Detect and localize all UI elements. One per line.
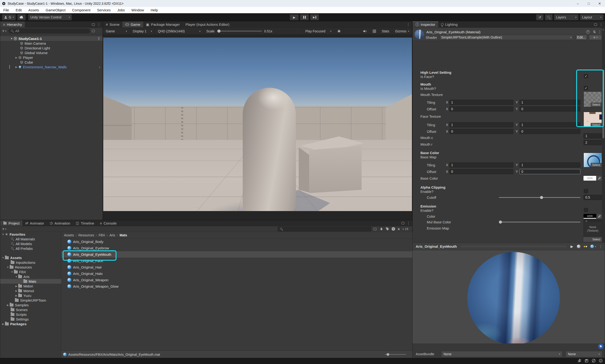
- tree-item[interactable]: Scenes: [0, 307, 61, 312]
- emission-map-select[interactable]: Select: [583, 237, 602, 242]
- tree-item[interactable]: ▼Assets: [0, 255, 61, 260]
- preview-color-channels-icon[interactable]: [584, 246, 587, 247]
- account-dropdown[interactable]: G ▾: [2, 14, 16, 20]
- asset-labels-badge[interactable]: [598, 344, 604, 349]
- hierarchy-item[interactable]: Cube: [0, 60, 103, 65]
- search-button[interactable]: [545, 14, 553, 20]
- mouth-offset-x-field[interactable]: 0: [449, 106, 513, 112]
- mouth-texture-well[interactable]: Select: [583, 91, 602, 107]
- eyedropper-button[interactable]: [597, 176, 602, 181]
- base-offset-y-field[interactable]: 0: [519, 169, 580, 174]
- base-offset-x-field[interactable]: 0: [449, 169, 513, 174]
- hierarchy-item-prefab[interactable]: ▶ Environment_Narrow_Walls ›: [0, 65, 103, 69]
- game-menu-icon[interactable]: ⋮: [407, 23, 410, 27]
- cutoff-slider-knob[interactable]: [540, 196, 543, 199]
- maximize-button[interactable]: □: [583, 0, 594, 7]
- is-face-checkbox[interactable]: ✓: [584, 74, 588, 78]
- tree-item[interactable]: All Models: [0, 241, 61, 246]
- base-map-select[interactable]: Select: [591, 163, 602, 167]
- material-preview-area[interactable]: [413, 250, 605, 343]
- tab-hierarchy[interactable]: ≡ Hierarchy: [0, 22, 25, 27]
- mouth-tiling-y-field[interactable]: 1: [519, 100, 580, 105]
- hierarchy-expand-icon[interactable]: [92, 30, 95, 32]
- game-view-dropdown[interactable]: Game▾: [103, 28, 130, 35]
- is-mouth-checkbox[interactable]: ✓: [584, 86, 588, 90]
- mouth-offset-y-field[interactable]: 0: [519, 106, 580, 112]
- scale-slider[interactable]: [217, 31, 262, 31]
- inspector-menu-icon[interactable]: ⋮: [599, 23, 603, 27]
- notifications-disabled-icon[interactable]: [591, 358, 596, 363]
- tree-item[interactable]: ▶Momoi: [0, 288, 61, 293]
- project-add-button[interactable]: +: [2, 227, 4, 231]
- emission-map-well[interactable]: None (Texture): [583, 221, 602, 237]
- alert-icon[interactable]: !: [392, 227, 395, 231]
- cache-disabled-icon[interactable]: [584, 358, 589, 363]
- preview-material-icon[interactable]: [590, 245, 594, 248]
- project-menu-icon[interactable]: ⋮: [407, 221, 410, 225]
- icon-size-knob[interactable]: [387, 353, 389, 356]
- face-offset-y-field[interactable]: 0: [519, 129, 580, 134]
- icon-size-slider[interactable]: [385, 354, 406, 355]
- menu-assets[interactable]: Assets: [25, 7, 42, 13]
- file-row[interactable]: Aris_Original_Face: [61, 258, 412, 264]
- shader-list-button[interactable]: ≡▾: [589, 35, 602, 40]
- tree-item-selected[interactable]: Mats: [0, 279, 61, 284]
- scrollbar-thumb[interactable]: [602, 70, 604, 138]
- filter-by-type-icon[interactable]: [380, 227, 383, 231]
- foldout-closed-icon[interactable]: ▶: [14, 66, 18, 68]
- eyedropper-button[interactable]: [597, 214, 602, 219]
- hierarchy-item[interactable]: Global Volume: [0, 50, 103, 55]
- base-color-swatch[interactable]: HDR: [583, 176, 596, 181]
- tree-item[interactable]: ▶Yuzu: [0, 293, 61, 298]
- hierarchy-item[interactable]: Directional Light: [0, 46, 103, 50]
- dock-icon[interactable]: [594, 23, 597, 26]
- breadcrumb-item[interactable]: Assets: [64, 233, 74, 237]
- file-row[interactable]: Aris_Original_Weapon: [61, 277, 412, 283]
- pause-button[interactable]: [300, 14, 309, 20]
- file-row[interactable]: Aris_Original_Body: [61, 238, 412, 245]
- base-map-well[interactable]: Select: [583, 153, 602, 167]
- debugger-disabled-icon[interactable]: [577, 358, 582, 363]
- preview-drag-handle[interactable]: [461, 246, 566, 247]
- file-row[interactable]: Aris_Original_Hair: [61, 264, 412, 270]
- tab-project[interactable]: Project: [0, 220, 23, 226]
- hierarchy-scene-row[interactable]: ▼ StudyCase1-1 ⋮: [0, 36, 103, 41]
- shader-dropdown[interactable]: SimpleURPToonLitExample(With Outline) ▾: [439, 35, 573, 40]
- foldout-open-icon[interactable]: ▼: [10, 37, 13, 40]
- debug-bug-button[interactable]: [335, 28, 344, 35]
- tree-item[interactable]: InputActions: [0, 260, 61, 265]
- tab-package-manager[interactable]: ▣ Package Manager: [143, 22, 183, 27]
- scroll-up-icon[interactable]: ▲: [602, 29, 604, 31]
- assetbundle-dropdown[interactable]: None▾: [441, 351, 563, 357]
- preview-header[interactable]: Aris_Original_EyeMouth ▶ ▾ ⋮: [413, 243, 605, 250]
- face-tiling-y-field[interactable]: 1: [519, 122, 580, 127]
- base-tiling-x-field[interactable]: 1: [449, 162, 513, 168]
- tree-item[interactable]: ▶Samples: [0, 302, 61, 307]
- help-icon[interactable]: ?: [586, 30, 590, 34]
- version-control-dropdown[interactable]: Unity Version Control ▾: [28, 14, 72, 20]
- favorites-star-icon[interactable]: ★: [397, 227, 400, 231]
- face-texture-well[interactable]: Select: [583, 112, 602, 127]
- tab-scene[interactable]: # Scene: [103, 22, 122, 27]
- tree-item[interactable]: ▼Resources: [0, 265, 61, 270]
- tree-item[interactable]: ▼★Favorites: [0, 232, 61, 237]
- play-button[interactable]: ▶: [290, 14, 299, 20]
- undo-history-button[interactable]: ↺: [536, 14, 543, 20]
- cloud-button[interactable]: [17, 14, 26, 20]
- tab-animation[interactable]: ◷ Animation: [47, 220, 73, 226]
- filter-by-label-icon[interactable]: [386, 227, 389, 231]
- tab-game[interactable]: Game: [122, 22, 143, 27]
- shader-edit-button[interactable]: Edit...: [576, 35, 587, 40]
- mute-audio-button[interactable]: [360, 28, 370, 35]
- mouth-c-field[interactable]: 1: [583, 133, 602, 139]
- play-focused-dropdown[interactable]: Play Focused▾: [302, 28, 335, 35]
- face-offset-x-field[interactable]: 0: [449, 129, 513, 134]
- file-row[interactable]: Aris_Original_Weapon_Glow: [61, 283, 412, 289]
- breadcrumb-item[interactable]: FBX: [99, 233, 105, 237]
- menu-edit[interactable]: Edit: [12, 7, 25, 13]
- resolution-dropdown[interactable]: QHD (2560x1440)▾: [155, 28, 204, 35]
- tab-player-input-actions[interactable]: Player (Input Actions Editor): [183, 22, 232, 27]
- material-menu-icon[interactable]: ⋮: [598, 30, 602, 34]
- minimize-button[interactable]: –: [572, 0, 583, 7]
- assetbundle-variant-dropdown[interactable]: None▾: [566, 351, 602, 357]
